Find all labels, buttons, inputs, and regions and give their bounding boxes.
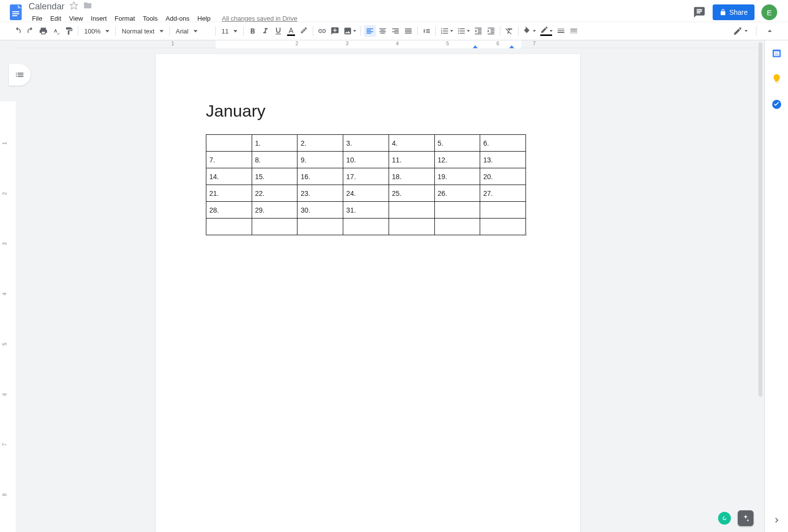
border-width-icon[interactable] <box>555 25 567 37</box>
border-style-icon[interactable] <box>568 25 580 37</box>
collapse-toolbar-icon[interactable] <box>763 25 776 37</box>
calendar-cell[interactable] <box>252 219 297 235</box>
calendar-cell[interactable]: 27. <box>480 185 526 202</box>
calendar-cell[interactable]: 29. <box>252 202 297 219</box>
menu-addons[interactable]: Add-ons <box>162 13 193 24</box>
calendar-cell[interactable]: 15. <box>252 168 297 185</box>
menu-edit[interactable]: Edit <box>47 13 65 24</box>
calendar-cell[interactable]: 10. <box>343 152 389 168</box>
calendar-addon-icon[interactable]: 31 <box>771 47 783 59</box>
docs-logo-icon[interactable] <box>6 2 26 22</box>
spellcheck-icon[interactable] <box>50 25 62 37</box>
calendar-cell[interactable] <box>434 219 480 235</box>
calendar-cell[interactable] <box>343 219 389 235</box>
calendar-cell[interactable] <box>480 202 526 219</box>
table-resize-handle-icon[interactable] <box>522 231 526 236</box>
calendar-cell[interactable]: 12. <box>434 152 480 168</box>
bulleted-list-icon[interactable] <box>456 25 471 37</box>
menu-view[interactable]: View <box>66 13 86 24</box>
vertical-ruler[interactable]: 1 2 3 4 5 6 7 8 <box>0 48 16 532</box>
fill-color-icon[interactable] <box>522 25 537 37</box>
calendar-cell[interactable]: 8. <box>252 152 297 168</box>
line-spacing-icon[interactable] <box>421 25 432 37</box>
calendar-cell[interactable]: 7. <box>206 152 252 168</box>
calendar-cell[interactable]: 1. <box>252 135 297 152</box>
calendar-cell[interactable]: 4. <box>389 135 434 152</box>
calendar-cell[interactable]: 17. <box>343 168 389 185</box>
calendar-cell[interactable]: 18. <box>389 168 434 185</box>
calendar-cell[interactable] <box>206 219 252 235</box>
calendar-cell[interactable]: 6. <box>480 135 526 152</box>
increase-indent-icon[interactable] <box>485 25 497 37</box>
paragraph-style-select[interactable]: Normal text <box>119 28 166 35</box>
insert-image-icon[interactable] <box>342 25 358 37</box>
tasks-addon-icon[interactable] <box>771 98 783 110</box>
horizontal-ruler[interactable]: 1 2 3 4 5 6 7 <box>16 40 764 48</box>
paint-format-icon[interactable] <box>63 25 75 37</box>
calendar-cell[interactable] <box>434 202 480 219</box>
calendar-cell[interactable] <box>389 202 434 219</box>
calendar-cell[interactable]: 9. <box>297 152 343 168</box>
align-center-icon[interactable] <box>377 25 389 37</box>
font-select[interactable]: Arial <box>173 28 212 35</box>
calendar-cell[interactable]: 21. <box>206 185 252 202</box>
calendar-cell[interactable]: 31. <box>343 202 389 219</box>
vertical-scrollbar[interactable] <box>757 40 763 532</box>
font-size-select[interactable]: 11 <box>219 28 240 35</box>
calendar-cell[interactable] <box>389 219 434 235</box>
menu-format[interactable]: Format <box>111 13 138 24</box>
calendar-cell[interactable]: 3. <box>343 135 389 152</box>
numbered-list-icon[interactable] <box>439 25 455 37</box>
align-justify-icon[interactable] <box>402 25 414 37</box>
highlight-color-icon[interactable] <box>298 25 310 37</box>
print-icon[interactable] <box>37 25 49 37</box>
calendar-cell[interactable]: 25. <box>389 185 434 202</box>
star-icon[interactable] <box>69 1 78 12</box>
editing-mode-icon[interactable] <box>731 25 749 37</box>
document-title[interactable]: Calendar <box>29 1 65 12</box>
move-folder-icon[interactable] <box>83 1 92 12</box>
calendar-cell[interactable]: 13. <box>480 152 526 168</box>
menu-file[interactable]: File <box>29 13 46 24</box>
scrollbar-thumb[interactable] <box>758 42 762 397</box>
calendar-cell[interactable]: 23. <box>297 185 343 202</box>
calendar-cell[interactable]: 5. <box>434 135 480 152</box>
side-panel-collapse-icon[interactable] <box>771 514 783 526</box>
calendar-cell[interactable]: 24. <box>343 185 389 202</box>
redo-icon[interactable] <box>25 25 36 37</box>
zoom-select[interactable]: 100% <box>81 28 112 35</box>
comments-icon[interactable] <box>693 6 706 19</box>
insert-link-icon[interactable] <box>316 25 328 37</box>
save-status[interactable]: All changes saved in Drive <box>222 15 297 22</box>
calendar-cell[interactable]: 30. <box>297 202 343 219</box>
italic-icon[interactable] <box>260 25 271 37</box>
bold-icon[interactable] <box>247 25 259 37</box>
account-avatar[interactable]: E <box>761 4 777 20</box>
undo-icon[interactable] <box>12 25 24 37</box>
calendar-cell[interactable] <box>480 219 526 235</box>
align-right-icon[interactable] <box>390 25 401 37</box>
document-page[interactable]: January 1.2.3.4.5.6.7.8.9.10.11.12.13.14… <box>156 54 580 532</box>
share-button[interactable]: Share <box>713 4 755 20</box>
grammarly-icon[interactable] <box>718 512 731 525</box>
border-color-icon[interactable] <box>538 25 554 37</box>
decrease-indent-icon[interactable] <box>472 25 484 37</box>
calendar-cell[interactable]: 22. <box>252 185 297 202</box>
menu-tools[interactable]: Tools <box>139 13 161 24</box>
calendar-cell[interactable]: 11. <box>389 152 434 168</box>
calendar-cell[interactable]: 2. <box>297 135 343 152</box>
calendar-cell[interactable] <box>297 219 343 235</box>
calendar-cell[interactable] <box>206 135 252 152</box>
add-comment-icon[interactable] <box>329 25 341 37</box>
menu-insert[interactable]: Insert <box>87 13 110 24</box>
menu-help[interactable]: Help <box>194 13 214 24</box>
align-left-icon[interactable] <box>364 25 376 37</box>
document-outline-icon[interactable] <box>9 64 31 86</box>
clear-formatting-icon[interactable] <box>503 25 515 37</box>
page-heading[interactable]: January <box>206 101 530 121</box>
calendar-cell[interactable]: 14. <box>206 168 252 185</box>
explore-icon[interactable] <box>738 510 754 526</box>
calendar-cell[interactable]: 28. <box>206 202 252 219</box>
calendar-table[interactable]: 1.2.3.4.5.6.7.8.9.10.11.12.13.14.15.16.1… <box>206 134 526 235</box>
calendar-cell[interactable]: 26. <box>434 185 480 202</box>
